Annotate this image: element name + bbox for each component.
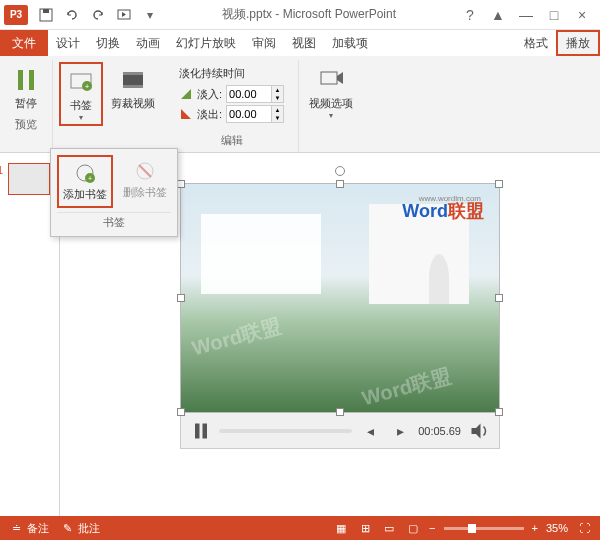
tab-animations[interactable]: 动画 <box>128 30 168 56</box>
svg-rect-3 <box>18 70 23 90</box>
redo-icon[interactable] <box>90 7 106 23</box>
player-volume-button[interactable] <box>467 419 491 443</box>
qat-more-icon[interactable]: ▾ <box>142 7 158 23</box>
ribbon-tabs: 文件 设计 切换 动画 幻灯片放映 审阅 视图 加载项 格式 播放 <box>0 30 600 56</box>
fade-in-up[interactable]: ▲ <box>271 86 283 94</box>
group-video-options: 视频选项 ▾ <box>299 60 363 152</box>
titlebar: P3 ▾ 视频.pptx - Microsoft PowerPoint ? ▲ … <box>0 0 600 30</box>
zoom-thumb[interactable] <box>468 524 476 533</box>
bookmark-icon: + <box>65 66 97 98</box>
remove-bookmark-label: 删除书签 <box>123 185 167 200</box>
tab-addins[interactable]: 加载项 <box>324 30 376 56</box>
group-preview: 暂停 预览 <box>0 60 53 152</box>
bookmark-label: 书签 <box>70 98 92 113</box>
comments-icon: ✎ <box>59 520 75 536</box>
video-object[interactable]: www.wordlm.com Word联盟 Word联盟 Word联盟 <box>180 183 500 413</box>
tab-format[interactable]: 格式 <box>516 30 556 56</box>
fade-in-spinner[interactable]: ▲▼ <box>226 85 284 103</box>
fade-out-input[interactable] <box>227 107 271 121</box>
bookmark-panel-footer: 书签 <box>57 212 171 230</box>
group-editing-label: 编辑 <box>221 131 243 150</box>
group-bookmark: + 书签 ▾ 剪裁视频 <box>53 60 165 152</box>
group-preview-label: 预览 <box>15 115 37 134</box>
fit-to-window-icon[interactable]: ⛶ <box>576 520 592 536</box>
notes-icon: ≐ <box>8 520 24 536</box>
zoom-slider[interactable] <box>444 527 524 530</box>
player-prev-button[interactable]: ◂ <box>358 419 382 443</box>
add-bookmark-icon: + <box>73 161 97 185</box>
zoom-level[interactable]: 35% <box>546 522 568 534</box>
chevron-down-icon: ▾ <box>79 113 83 122</box>
notes-button[interactable]: ≐ 备注 <box>8 520 49 536</box>
tab-design[interactable]: 设计 <box>48 30 88 56</box>
svg-rect-9 <box>123 72 143 75</box>
minimize-button[interactable]: — <box>516 5 536 25</box>
bookmark-dropdown[interactable]: + 书签 ▾ <box>59 62 103 126</box>
window-title: 视频.pptx - Microsoft PowerPoint <box>158 6 460 23</box>
fade-title: 淡化持续时间 <box>179 66 284 81</box>
video-player-controls: ◂ ▸ 00:05.69 <box>180 413 500 449</box>
tab-playback[interactable]: 播放 <box>556 30 600 56</box>
window-controls: ? ▲ — □ × <box>460 5 592 25</box>
scene-element <box>201 214 321 294</box>
comments-button[interactable]: ✎ 批注 <box>59 520 100 536</box>
tab-file[interactable]: 文件 <box>0 30 48 56</box>
tab-review[interactable]: 审阅 <box>244 30 284 56</box>
fade-out-up[interactable]: ▲ <box>271 106 283 114</box>
resize-handle-bm[interactable] <box>336 408 344 416</box>
undo-icon[interactable] <box>64 7 80 23</box>
tab-transitions[interactable]: 切换 <box>88 30 128 56</box>
video-options-button[interactable]: 视频选项 ▾ <box>305 62 357 122</box>
player-progress[interactable] <box>219 429 352 433</box>
tab-view[interactable]: 视图 <box>284 30 324 56</box>
svg-rect-4 <box>29 70 34 90</box>
view-slideshow-icon[interactable]: ▢ <box>405 520 421 536</box>
watermark: Word联盟 <box>189 313 284 363</box>
close-button[interactable]: × <box>572 5 592 25</box>
fade-in-label: 淡入: <box>197 87 222 102</box>
maximize-button[interactable]: □ <box>544 5 564 25</box>
resize-handle-br[interactable] <box>495 408 503 416</box>
fade-out-down[interactable]: ▼ <box>271 114 283 122</box>
fade-in-icon <box>179 87 193 101</box>
bookmark-dropdown-panel: + 添加书签 删除书签 书签 <box>50 148 178 237</box>
resize-handle-tr[interactable] <box>495 180 503 188</box>
save-icon[interactable] <box>38 7 54 23</box>
resize-handle-ml[interactable] <box>177 294 185 302</box>
group-editing: 淡化持续时间 淡入: ▲▼ 淡出: ▲▼ 编辑 <box>165 60 299 152</box>
trim-video-button[interactable]: 剪裁视频 <box>107 62 159 126</box>
fade-in-input[interactable] <box>227 87 271 101</box>
player-time: 00:05.69 <box>418 425 461 437</box>
help-button[interactable]: ? <box>460 5 480 25</box>
pause-button[interactable]: 暂停 <box>6 62 46 113</box>
svg-line-16 <box>139 165 151 177</box>
scene-element <box>429 254 449 304</box>
add-bookmark-button[interactable]: + 添加书签 <box>57 155 113 208</box>
slide-thumbnail[interactable]: 1 <box>8 163 50 195</box>
slideshow-icon[interactable] <box>116 7 132 23</box>
remove-bookmark-button: 删除书签 <box>119 155 171 208</box>
view-normal-icon[interactable]: ▦ <box>333 520 349 536</box>
zoom-in-button[interactable]: + <box>532 522 538 534</box>
svg-text:+: + <box>85 82 90 91</box>
trim-video-label: 剪裁视频 <box>111 96 155 111</box>
fade-out-icon <box>179 107 193 121</box>
resize-handle-bl[interactable] <box>177 408 185 416</box>
resize-handle-tl[interactable] <box>177 180 185 188</box>
fade-out-spinner[interactable]: ▲▼ <box>226 105 284 123</box>
resize-handle-mr[interactable] <box>495 294 503 302</box>
player-pause-button[interactable] <box>189 419 213 443</box>
app-icon: P3 <box>4 5 28 25</box>
tab-slideshow[interactable]: 幻灯片放映 <box>168 30 244 56</box>
ribbon-options-button[interactable]: ▲ <box>488 5 508 25</box>
resize-handle-tm[interactable] <box>336 180 344 188</box>
pause-label: 暂停 <box>15 96 37 111</box>
view-sorter-icon[interactable]: ⊞ <box>357 520 373 536</box>
svg-rect-1 <box>43 9 49 13</box>
player-next-button[interactable]: ▸ <box>388 419 412 443</box>
fade-in-down[interactable]: ▼ <box>271 94 283 102</box>
view-reading-icon[interactable]: ▭ <box>381 520 397 536</box>
statusbar: ≐ 备注 ✎ 批注 ▦ ⊞ ▭ ▢ − + 35% ⛶ <box>0 516 600 540</box>
zoom-out-button[interactable]: − <box>429 522 435 534</box>
rotate-handle[interactable] <box>335 166 345 176</box>
